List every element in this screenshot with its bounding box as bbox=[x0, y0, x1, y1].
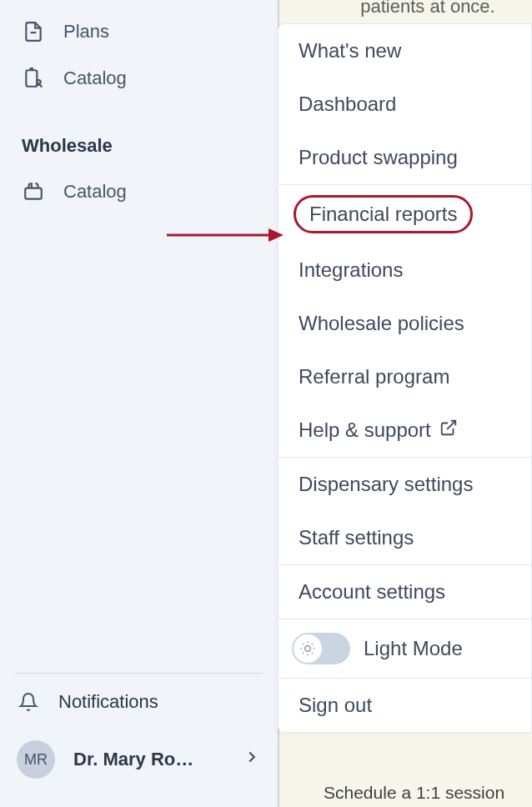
menu-item-label: Dispensary settings bbox=[299, 473, 473, 496]
menu-item-wholesale-policies[interactable]: Wholesale policies bbox=[279, 297, 531, 350]
user-display-name: Dr. Mary Ro… bbox=[73, 749, 224, 770]
menu-item-label: Referral program bbox=[299, 365, 449, 388]
menu-item-product-swapping[interactable]: Product swapping bbox=[279, 131, 531, 184]
sidebar-item-label: Notifications bbox=[58, 691, 158, 713]
svg-rect-3 bbox=[25, 188, 42, 199]
clipboard-user-icon bbox=[22, 67, 45, 90]
file-icon bbox=[22, 20, 45, 43]
sidebar-user-row[interactable]: MR Dr. Mary Ro… bbox=[0, 727, 278, 792]
menu-item-whats-new[interactable]: What's new bbox=[279, 24, 531, 78]
menu-item-label: Wholesale policies bbox=[299, 312, 464, 335]
sidebar-nav: Plans Catalog Wholesale Catalog bbox=[0, 0, 278, 215]
bell-icon bbox=[17, 690, 40, 714]
sidebar-item-label: Catalog bbox=[63, 181, 127, 203]
svg-line-13 bbox=[312, 644, 313, 644]
menu-item-label: Dashboard bbox=[299, 93, 396, 116]
svg-line-9 bbox=[312, 653, 313, 654]
menu-item-dispensary-settings[interactable]: Dispensary settings bbox=[279, 458, 531, 511]
content-schedule-text: Schedule a 1:1 session bbox=[324, 783, 504, 803]
external-link-icon bbox=[439, 419, 458, 442]
toggle-knob bbox=[294, 634, 322, 663]
menu-item-help-support[interactable]: Help & support bbox=[279, 404, 531, 457]
svg-rect-1 bbox=[26, 70, 37, 87]
svg-line-12 bbox=[303, 653, 304, 654]
menu-item-staff-settings[interactable]: Staff settings bbox=[279, 511, 531, 564]
sidebar-item-notifications[interactable]: Notifications bbox=[0, 677, 278, 727]
sidebar-item-catalog[interactable]: Catalog bbox=[0, 55, 278, 102]
sidebar-item-label: Plans bbox=[63, 21, 109, 43]
sidebar-spacer bbox=[0, 215, 278, 673]
sidebar-section-wholesale: Wholesale bbox=[0, 102, 278, 168]
menu-item-integrations[interactable]: Integrations bbox=[279, 243, 531, 297]
menu-item-label: Sign out bbox=[299, 694, 372, 717]
theme-toggle[interactable] bbox=[292, 633, 350, 664]
menu-item-dashboard[interactable]: Dashboard bbox=[279, 78, 531, 131]
menu-item-referral-program[interactable]: Referral program bbox=[279, 350, 531, 404]
menu-item-sign-out[interactable]: Sign out bbox=[279, 679, 531, 732]
highlight-annotation: Financial reports bbox=[294, 195, 473, 233]
menu-item-label: Help & support bbox=[299, 419, 431, 442]
sun-icon bbox=[299, 640, 316, 657]
sidebar-item-label: Catalog bbox=[63, 68, 127, 89]
sidebar-footer: Notifications MR Dr. Mary Ro… bbox=[0, 674, 278, 807]
content-text-fragment: patients at once. bbox=[324, 0, 532, 18]
sidebar-item-plans[interactable]: Plans bbox=[0, 8, 278, 55]
menu-item-label: Integrations bbox=[299, 258, 403, 282]
svg-point-2 bbox=[37, 80, 40, 83]
svg-line-4 bbox=[447, 421, 455, 429]
box-icon bbox=[22, 180, 45, 203]
svg-point-5 bbox=[305, 646, 311, 652]
menu-item-financial-reports[interactable]: Financial reports bbox=[279, 185, 531, 243]
menu-item-label: Staff settings bbox=[299, 526, 414, 549]
menu-item-account-settings[interactable]: Account settings bbox=[279, 565, 531, 619]
menu-item-label: Product swapping bbox=[299, 146, 458, 169]
menu-item-label: Account settings bbox=[299, 580, 445, 604]
account-dropdown-menu: What's new Dashboard Product swapping Fi… bbox=[278, 23, 532, 733]
sidebar: Plans Catalog Wholesale Catalog Notifica… bbox=[0, 0, 278, 807]
sidebar-item-wholesale-catalog[interactable]: Catalog bbox=[0, 168, 278, 215]
chevron-right-icon bbox=[243, 748, 261, 771]
avatar: MR bbox=[17, 740, 55, 779]
svg-line-8 bbox=[303, 644, 304, 644]
theme-toggle-row: Light Mode bbox=[279, 619, 531, 678]
menu-item-label: What's new bbox=[299, 39, 401, 63]
theme-label: Light Mode bbox=[364, 637, 463, 660]
